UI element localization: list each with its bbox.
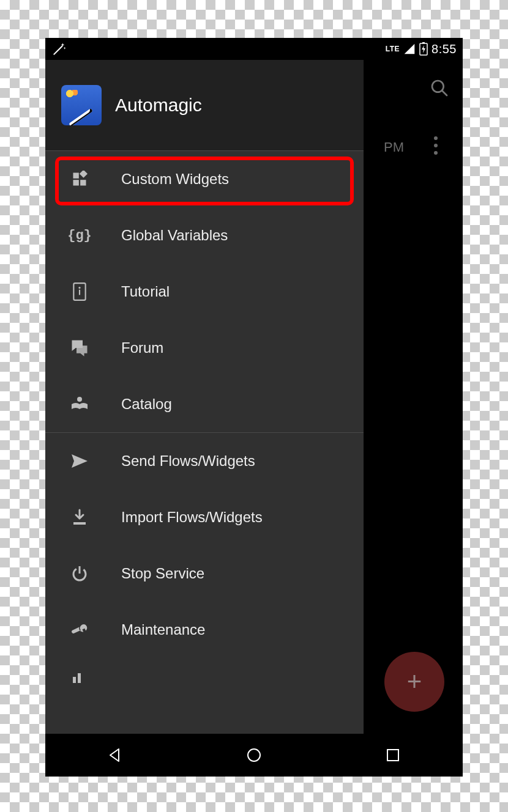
import-icon — [67, 505, 92, 530]
svg-rect-3 — [73, 173, 79, 179]
svg-rect-15 — [78, 673, 81, 683]
drawer-item-tutorial[interactable]: Tutorial — [45, 264, 364, 320]
stats-icon — [67, 664, 92, 688]
system-nav-bar — [45, 734, 463, 777]
search-button[interactable] — [427, 76, 452, 100]
drawer-item-global-variables[interactable]: {g} Global Variables — [45, 207, 364, 264]
status-bar: LTE 8:55 — [45, 38, 463, 60]
drawer-item-custom-widgets[interactable]: Custom Widgets — [45, 151, 364, 207]
globals-icon: {g} — [67, 223, 92, 248]
app-icon — [61, 85, 102, 125]
svg-point-8 — [78, 287, 80, 289]
phone-frame: LTE 8:55 PM — [45, 38, 463, 777]
drawer-item-label: Tutorial — [121, 283, 170, 300]
svg-rect-14 — [73, 677, 76, 683]
plus-icon: + — [407, 667, 422, 696]
drawer-item-label: Custom Widgets — [121, 171, 229, 188]
nav-home-button[interactable] — [230, 740, 278, 770]
battery-charging-icon — [419, 42, 428, 56]
app-title: Automagic — [115, 95, 202, 116]
more-options-button[interactable] — [425, 135, 447, 157]
magic-wand-status-icon — [51, 41, 67, 57]
drawer-item-import-flows[interactable]: Import Flows/Widgets — [45, 489, 364, 545]
svg-rect-4 — [73, 180, 79, 185]
drawer-item-label: Maintenance — [121, 621, 205, 638]
drawer-item-label: Import Flows/Widgets — [121, 509, 263, 526]
app-content: PM + Automagic — [45, 60, 463, 734]
svg-rect-5 — [80, 180, 86, 185]
drawer-item-catalog[interactable]: Catalog — [45, 376, 364, 432]
drawer-item-label: Send Flows/Widgets — [121, 452, 255, 470]
forum-icon — [67, 336, 92, 360]
nav-back-button[interactable] — [91, 740, 140, 770]
widgets-icon — [67, 167, 92, 191]
drawer-item-truncated[interactable] — [45, 658, 364, 688]
drawer-item-label: Global Variables — [121, 227, 228, 244]
nav-recents-button[interactable] — [368, 740, 417, 770]
status-clock: 8:55 — [431, 42, 457, 56]
drawer-item-label: Stop Service — [121, 565, 204, 582]
power-icon — [67, 561, 92, 586]
drawer-item-label: Catalog — [121, 396, 172, 413]
add-fab-button[interactable]: + — [384, 652, 444, 712]
svg-rect-11 — [73, 522, 86, 525]
wrench-icon — [67, 618, 92, 642]
drawer-item-label: Forum — [121, 339, 163, 356]
svg-rect-1 — [422, 42, 425, 43]
background-time-fragment: PM — [384, 139, 404, 155]
svg-rect-9 — [79, 290, 80, 295]
drawer-item-maintenance[interactable]: Maintenance — [45, 602, 364, 658]
catalog-icon — [67, 392, 92, 416]
svg-point-10 — [77, 397, 82, 402]
svg-rect-6 — [80, 171, 88, 178]
svg-rect-13 — [79, 566, 81, 574]
send-icon — [67, 449, 92, 473]
drawer-header: Automagic — [45, 60, 364, 150]
drawer-item-forum[interactable]: Forum — [45, 320, 364, 376]
svg-rect-17 — [387, 750, 398, 761]
lte-indicator: LTE — [386, 45, 400, 53]
more-vert-icon — [434, 135, 438, 157]
signal-icon — [403, 43, 416, 55]
drawer-item-send-flows[interactable]: Send Flows/Widgets — [45, 433, 364, 489]
svg-point-16 — [248, 749, 260, 761]
drawer-item-stop-service[interactable]: Stop Service — [45, 545, 364, 602]
navigation-drawer: Automagic Custom Widgets {g} Global Vari — [45, 60, 364, 734]
tutorial-icon — [67, 279, 92, 304]
